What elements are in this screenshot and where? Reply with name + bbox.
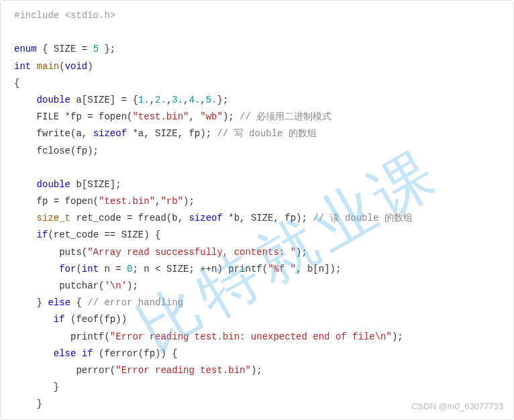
code-line: double b[SIZE]; <box>14 176 500 193</box>
code-line: size_t ret_code = fread(b, sizeof *b, SI… <box>14 210 500 227</box>
code-line: } else { // error handling <box>14 295 500 311</box>
code-line: else if (ferror(fp)) { <box>14 346 500 362</box>
code-line: enum { SIZE = 5 }; <box>14 41 500 58</box>
code-line: { <box>14 75 500 92</box>
code-line <box>14 413 500 421</box>
kw-int: int <box>14 61 31 72</box>
kw-enum: enum <box>14 44 37 54</box>
code-line: for(int n = 0; n < SIZE; ++n) printf("%f… <box>14 261 500 278</box>
code-line: fclose(fp); <box>14 143 500 160</box>
code-line: double a[SIZE] = {1.,2.,3.,4.,5.}; <box>14 92 500 109</box>
code-line: if (feof(fp)) <box>14 311 500 328</box>
code-line: int main(void) <box>14 58 500 75</box>
code-line: fp = fopen("test.bin","rb"); <box>14 193 500 210</box>
code-line: fwrite(a, sizeof *a, SIZE, fp); // 写 dou… <box>14 125 500 142</box>
code-line: perror("Error reading test.bin"); <box>14 362 500 379</box>
code-line: FILE *fp = fopen("test.bin", "wb"); // 必… <box>14 109 500 125</box>
code-line <box>14 24 500 41</box>
code-line <box>14 160 500 176</box>
code-block: 比特就业课 #include <stdio.h> enum { SIZE = 5… <box>0 0 514 420</box>
code-line: putchar('\n'); <box>14 278 500 295</box>
preprocessor: #include <stdio.h> <box>14 10 115 21</box>
attribution-text: CSDN @m0_63077733 <box>411 399 503 414</box>
code-line: #include <stdio.h> <box>14 7 500 24</box>
code-line: if(ret_code == SIZE) { <box>14 227 500 244</box>
code-line: printf("Error reading test.bin: unexpect… <box>14 329 500 346</box>
code-line: } <box>14 379 500 396</box>
code-line: puts("Array read successfully, contents:… <box>14 244 500 261</box>
